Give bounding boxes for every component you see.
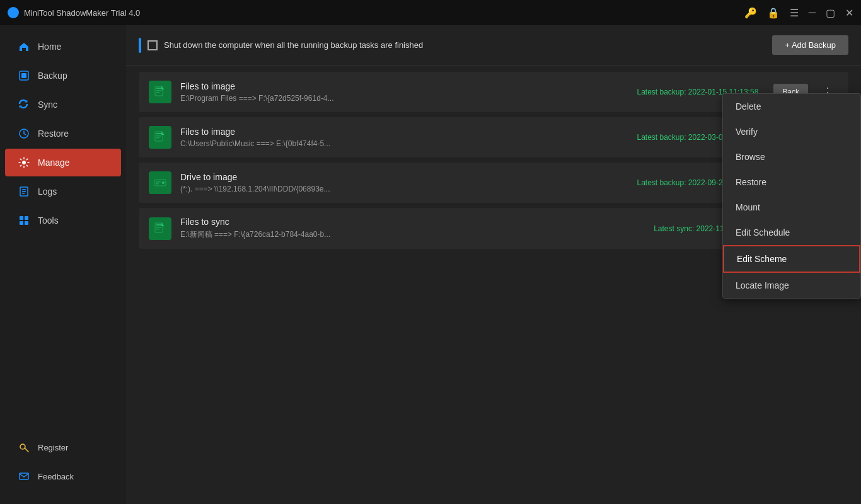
task-icon-files (149, 81, 171, 103)
svg-rect-15 (20, 473, 28, 479)
task-path: E:\Program Files ===> F:\{a72d525f-961d-… (180, 94, 628, 103)
svg-rect-9 (20, 216, 23, 220)
svg-rect-10 (25, 216, 28, 220)
sidebar-label-home: Home (38, 42, 61, 52)
sidebar-item-feedback[interactable]: Feedback (5, 462, 121, 490)
manage-icon (18, 156, 30, 169)
svg-rect-22 (156, 135, 161, 137)
task-info: Files to image C:\Users\Public\Music ===… (180, 127, 628, 148)
shutdown-text: Shut down the computer when all the runn… (164, 40, 423, 50)
task-name: Drive to image (180, 172, 628, 182)
svg-rect-26 (156, 181, 161, 183)
sidebar-item-register[interactable]: Register (5, 433, 121, 461)
app-logo (8, 7, 19, 18)
restore-icon (18, 127, 30, 140)
context-menu: Delete Verify Browse Restore Mount Edit … (722, 93, 861, 299)
context-menu-locate-image[interactable]: Locate Image (723, 273, 860, 298)
svg-point-25 (162, 181, 165, 184)
context-menu-browse[interactable]: Browse (723, 144, 860, 169)
topbar: Shut down the computer when all the runn… (126, 25, 861, 66)
task-path: E:\新闻稿 ===> F:\{a726ca12-b784-4aa0-b... (180, 229, 645, 240)
svg-rect-30 (156, 227, 161, 228)
titlebar-left: MiniTool ShadowMaker Trial 4.0 (8, 7, 140, 18)
sidebar-nav: Home Backup Sync (0, 32, 126, 432)
tools-icon (18, 214, 30, 227)
context-menu-mount[interactable]: Mount (723, 195, 860, 220)
sidebar-bottom: Register Feedback (0, 432, 126, 504)
sidebar-label-register: Register (38, 443, 68, 452)
titlebar: MiniTool ShadowMaker Trial 4.0 🔑 🔒 ☰ ─ ▢… (0, 0, 861, 25)
sidebar-label-backup: Backup (38, 71, 67, 81)
maximize-icon[interactable]: ▢ (826, 7, 835, 19)
context-menu-edit-schedule[interactable]: Edit Schedule (723, 220, 860, 245)
sidebar-item-logs[interactable]: Logs (5, 178, 121, 205)
context-menu-restore[interactable]: Restore (723, 169, 860, 195)
backup-icon (18, 69, 30, 82)
svg-line-14 (25, 448, 28, 452)
svg-rect-2 (21, 73, 26, 78)
task-name: Files to image (180, 127, 628, 137)
sidebar-item-backup[interactable]: Backup (5, 62, 121, 89)
task-name: Files to sync (180, 217, 645, 227)
menu-icon[interactable]: ☰ (790, 7, 799, 19)
sidebar-label-feedback: Feedback (38, 472, 74, 481)
context-menu-edit-scheme[interactable]: Edit Scheme (723, 245, 860, 273)
svg-rect-31 (156, 229, 159, 230)
app-title: MiniTool ShadowMaker Trial 4.0 (24, 8, 140, 18)
feedback-icon (18, 470, 30, 483)
home-icon (18, 40, 30, 53)
svg-rect-17 (156, 88, 161, 89)
task-info: Drive to image (*:). ===> \\192.168.1.20… (180, 172, 628, 193)
logs-icon (18, 185, 30, 198)
task-name: Files to image (180, 81, 628, 91)
svg-rect-11 (20, 221, 23, 225)
task-icon-files (149, 126, 171, 149)
svg-rect-23 (156, 137, 159, 139)
svg-rect-19 (156, 92, 159, 93)
svg-rect-18 (156, 90, 161, 91)
topbar-left: Shut down the computer when all the runn… (139, 38, 423, 53)
minimize-icon[interactable]: ─ (809, 7, 816, 18)
sidebar-item-restore[interactable]: Restore (5, 120, 121, 147)
close-icon[interactable]: ✕ (845, 7, 853, 19)
sidebar-item-home[interactable]: Home (5, 33, 121, 60)
key-icon (18, 441, 30, 454)
add-backup-button[interactable]: + Add Backup (772, 35, 848, 55)
sidebar-label-logs: Logs (38, 186, 57, 197)
sidebar-label-tools: Tools (38, 215, 59, 226)
svg-point-4 (22, 161, 26, 164)
sidebar-item-sync[interactable]: Sync (5, 91, 121, 118)
context-menu-delete[interactable]: Delete (723, 94, 860, 119)
key-icon[interactable]: 🔑 (744, 7, 757, 19)
task-path: C:\Users\Public\Music ===> E:\{0bf474f4-… (180, 139, 628, 148)
titlebar-controls: 🔑 🔒 ☰ ─ ▢ ✕ (744, 7, 853, 19)
context-menu-verify[interactable]: Verify (723, 119, 860, 144)
shutdown-checkbox[interactable] (147, 40, 158, 50)
sidebar-label-manage: Manage (38, 158, 70, 168)
task-icon-files (149, 217, 171, 240)
task-path: (*:). ===> \\192.168.1.204\III\DDD/{0689… (180, 185, 628, 193)
task-info: Files to image E:\Program Files ===> F:\… (180, 81, 628, 103)
svg-rect-21 (156, 133, 161, 134)
sidebar: Home Backup Sync (0, 25, 126, 504)
accent-bar (139, 38, 141, 53)
task-icon-drive (149, 171, 171, 194)
svg-rect-12 (25, 221, 28, 225)
svg-rect-27 (156, 183, 159, 185)
sidebar-label-sync: Sync (38, 100, 57, 110)
task-info: Files to sync E:\新闻稿 ===> F:\{a726ca12-b… (180, 217, 645, 240)
lock-icon[interactable]: 🔒 (767, 7, 780, 19)
sidebar-item-manage[interactable]: Manage (5, 149, 121, 176)
sidebar-label-restore: Restore (38, 129, 69, 139)
sync-icon (18, 98, 30, 111)
sidebar-item-tools[interactable]: Tools (5, 207, 121, 234)
svg-rect-29 (156, 224, 161, 226)
